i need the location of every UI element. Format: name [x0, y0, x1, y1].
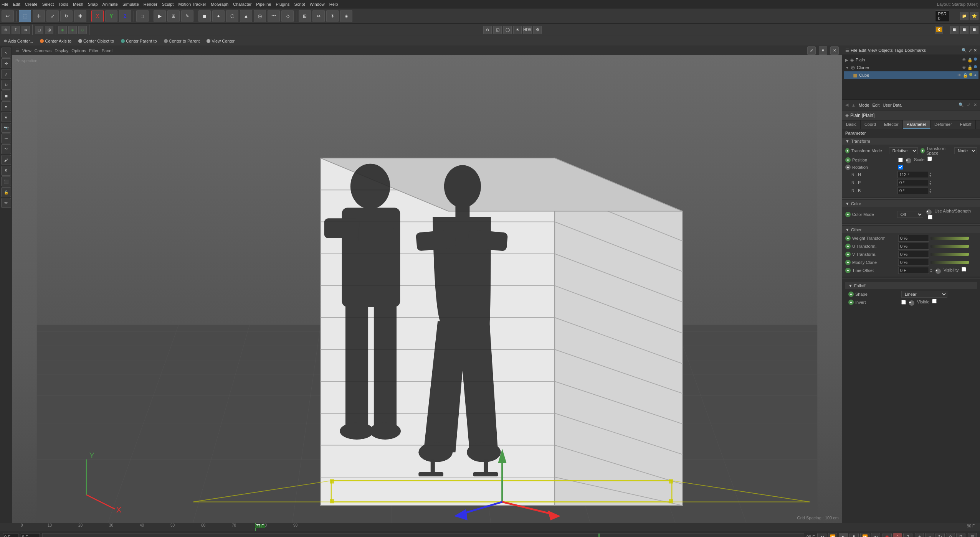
loop-btn2[interactable]: ⊙	[946, 533, 955, 537]
viewport-filter-menu[interactable]: Filter	[89, 48, 98, 53]
center-to-parent-btn[interactable]: Center to Parent	[162, 38, 202, 44]
time-arrows[interactable]: ▲ ▼	[930, 268, 932, 273]
viewport-display-menu[interactable]: Display	[55, 48, 68, 53]
menu-select[interactable]: Select	[42, 2, 54, 7]
mode-expand-icon[interactable]: ⤢	[967, 102, 970, 107]
cone-button[interactable]: ▲	[240, 10, 252, 22]
lsb-light[interactable]: ★	[1, 112, 11, 122]
create-tool-button[interactable]: ✚	[74, 10, 86, 22]
plain-eye-icon[interactable]: 👁	[962, 58, 966, 63]
invert-checkbox[interactable]	[901, 300, 906, 305]
menu-animate[interactable]: Animate	[102, 2, 118, 7]
viewport-options-menu[interactable]: Options	[71, 48, 86, 53]
mode-item-mode[interactable]: Mode	[859, 103, 869, 107]
cam-btn6[interactable]: ⚙	[533, 26, 542, 34]
falloff-header[interactable]: ▼ Falloff	[845, 282, 977, 289]
cloner-eye-icon[interactable]: 👁	[962, 65, 966, 70]
go-to-start-button[interactable]: ⏮	[817, 533, 826, 537]
auto-key-button[interactable]: A	[893, 533, 902, 537]
move-tool-button[interactable]: ✛	[33, 10, 45, 22]
sym-button[interactable]: ⇔	[312, 10, 325, 22]
lsb-layer[interactable]: ⬛	[1, 176, 11, 186]
menu-file[interactable]: File	[2, 2, 8, 7]
weight-slider[interactable]	[930, 237, 969, 240]
mode-search-icon[interactable]: 🔍	[959, 102, 964, 107]
menu-character[interactable]: Character	[233, 2, 251, 7]
menu-tools[interactable]: Tools	[58, 2, 68, 7]
viewport-panel-menu[interactable]: Panel	[102, 48, 112, 53]
key-icon-btn[interactable]: K	[935, 26, 943, 34]
modify-input[interactable]	[898, 259, 929, 266]
render-view-button[interactable]: ⊞	[167, 10, 180, 22]
polygon-button[interactable]: ◇	[281, 10, 294, 22]
menu-sculpt[interactable]: Sculpt	[162, 2, 174, 7]
file-icon[interactable]: 📁	[960, 12, 968, 20]
time-input[interactable]	[898, 267, 929, 274]
step-back-button[interactable]: ⏪	[828, 533, 837, 537]
lsb-move[interactable]: ✛	[1, 58, 11, 68]
loop-btn[interactable]: ∞	[21, 26, 30, 34]
om-tags-menu[interactable]: Tags	[894, 48, 903, 53]
om-view-menu[interactable]: View	[868, 48, 877, 53]
modify-slider[interactable]	[930, 261, 969, 264]
rp-input[interactable]	[897, 179, 928, 186]
lsb-rotate[interactable]: ↻	[1, 80, 11, 90]
tree-item-cube[interactable]: ◼ Cube 👁 🔒 ✦	[844, 71, 978, 79]
lsb-eye[interactable]: 👁	[1, 198, 11, 208]
t-btn[interactable]: T	[12, 26, 20, 34]
om-file-menu[interactable]: File	[851, 48, 858, 53]
om-search-icon[interactable]: 🔍	[962, 48, 967, 53]
time-down-arrow[interactable]: ▼	[930, 270, 932, 273]
v-input[interactable]	[898, 251, 929, 258]
om-objects-menu[interactable]: Objects	[878, 48, 892, 53]
menu-mograph[interactable]: MoGraph	[211, 2, 228, 7]
anim-btn1[interactable]: ◻	[35, 26, 43, 34]
view-center-btn[interactable]: View Center	[204, 38, 237, 44]
shape-select[interactable]: Linear	[901, 291, 947, 298]
x-constraint-button[interactable]: X	[91, 10, 104, 22]
arrow-left-icon[interactable]: ◀	[845, 102, 848, 107]
cam-btn4[interactable]: ☀	[513, 26, 522, 34]
go-to-end-button[interactable]: ⏭	[871, 533, 880, 537]
motion-clip-button[interactable]: ?	[903, 533, 912, 537]
menu-edit[interactable]: Edit	[13, 2, 20, 7]
cam-btn1[interactable]: ⊙	[483, 26, 492, 34]
viewport-close[interactable]: ✕	[830, 46, 839, 55]
alpha-checkbox[interactable]	[928, 215, 932, 219]
color-header[interactable]: ▼ Color	[842, 200, 980, 207]
axis-center-btn[interactable]: ⊕ Axis Center...	[2, 38, 35, 44]
rp-up-arrow[interactable]: ▲	[929, 180, 932, 183]
edit-render-button[interactable]: ✎	[181, 10, 193, 22]
cube-button[interactable]: ◼	[198, 10, 211, 22]
lsb-sphere[interactable]: ●	[1, 101, 11, 111]
hdri-button[interactable]: ☀	[326, 10, 339, 22]
menu-plugins[interactable]: Plugins	[276, 2, 289, 7]
menu-window[interactable]: Window	[310, 2, 325, 7]
lsb-camera[interactable]: 📷	[1, 123, 11, 133]
sphere-button[interactable]: ●	[212, 10, 225, 22]
spline-button[interactable]: 〜	[268, 10, 280, 22]
other-header[interactable]: ▼ Other	[842, 226, 980, 233]
z-constraint-button[interactable]: Z	[119, 10, 131, 22]
cam-btn5[interactable]: HDR	[523, 26, 532, 34]
material-button[interactable]: ◈	[340, 10, 352, 22]
visible-checkbox[interactable]	[932, 299, 937, 303]
time-up-arrow[interactable]: ▲	[930, 268, 932, 270]
om-expand-icon[interactable]: ⤢	[968, 48, 972, 53]
tangent-btn[interactable]: ◇	[925, 533, 934, 537]
cloner-lock-icon[interactable]: 🔒	[967, 65, 973, 70]
lsb-sculpt[interactable]: S	[1, 166, 11, 176]
rotation-checkbox[interactable]	[898, 165, 903, 170]
rb-down-arrow[interactable]: ▼	[929, 191, 932, 193]
y-constraint-button[interactable]: Y	[105, 10, 117, 22]
frame-input[interactable]	[3, 533, 18, 537]
transform-space-select[interactable]: Node	[954, 147, 977, 154]
cycle-btn[interactable]: ↻	[935, 533, 945, 537]
menu-render[interactable]: Render	[144, 2, 157, 7]
viewport-cameras-menu[interactable]: Cameras	[35, 48, 52, 53]
om-bookmarks-menu[interactable]: Bookmarks	[905, 48, 926, 53]
menu-simulate[interactable]: Simulate	[122, 2, 139, 7]
key-mode-btn[interactable]: ◈	[915, 533, 924, 537]
vis-icon-btn[interactable]: 🔲	[970, 26, 978, 34]
preview-btn[interactable]: P	[956, 533, 965, 537]
